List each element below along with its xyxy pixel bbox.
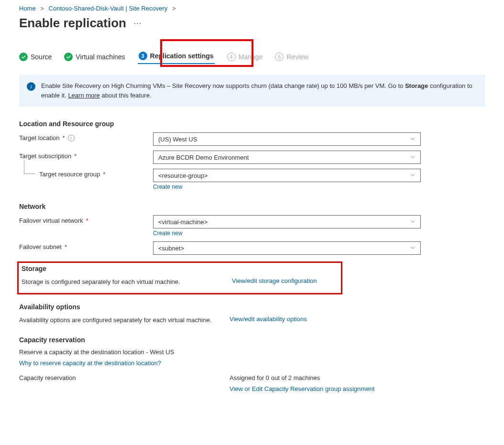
view-edit-storage-link[interactable]: View/edit storage configuration: [232, 277, 317, 284]
check-icon: [19, 53, 28, 61]
capacity-desc: Reserve a capacity at the destination lo…: [19, 348, 485, 356]
page-title: Enable replication: [19, 16, 126, 31]
wizard-steps: Source Virtual machines 3 Replication se…: [19, 50, 485, 64]
storage-desc: Storage is configured separately for eac…: [22, 278, 218, 285]
chevron-down-icon: [410, 218, 416, 226]
failover-subnet-select[interactable]: <subnet>: [153, 241, 421, 255]
create-new-rg-link[interactable]: Create new: [153, 184, 182, 190]
info-banner: i Enable Site Recovery on High Churning …: [19, 75, 485, 107]
capacity-row-label: Capacity reservation: [19, 374, 215, 389]
highlight-frame-storage: Storage Storage is configured separately…: [17, 261, 342, 294]
label-failover-vnet: Failover virtual network *: [19, 215, 153, 224]
step-number-icon: 5: [275, 53, 284, 61]
chevron-down-icon: [410, 136, 416, 143]
section-title-availability: Availability options: [19, 303, 485, 311]
capacity-row-value: Assigned for 0 out of 2 machines: [230, 374, 485, 381]
required-icon: *: [74, 152, 77, 160]
info-icon[interactable]: i: [68, 135, 75, 141]
required-icon: *: [103, 171, 105, 178]
breadcrumb: Home > Contoso-Shared-Disk-Vault | Site …: [19, 5, 485, 12]
availability-desc: Availability options are configured sepa…: [19, 316, 215, 324]
step-review[interactable]: 5 Review: [275, 53, 308, 61]
required-icon: *: [86, 217, 88, 224]
required-icon: *: [63, 134, 65, 141]
chevron-down-icon: [410, 154, 416, 161]
label-target-subscription: Target subscription *: [19, 151, 153, 160]
target-resource-group-select[interactable]: <resource-group>: [153, 169, 421, 182]
check-icon: [64, 53, 73, 61]
step-label: Review: [286, 53, 308, 61]
failover-vnet-value: <virtual-machine>: [158, 218, 208, 226]
why-reserve-link[interactable]: Why to reserve capacity at the destinati…: [19, 359, 161, 367]
chevron-down-icon: [410, 172, 416, 179]
view-edit-availability-link[interactable]: View/edit availability options: [230, 315, 307, 323]
view-edit-capacity-link[interactable]: View or Edit Capacity Reservation group …: [230, 385, 374, 392]
label-target-location: Target location * i: [19, 132, 153, 141]
target-location-value: (US) West US: [158, 136, 197, 143]
step-source[interactable]: Source: [19, 53, 52, 61]
chevron-right-icon: >: [172, 5, 176, 12]
more-actions-icon[interactable]: ···: [134, 20, 142, 27]
target-location-select[interactable]: (US) West US: [153, 132, 421, 146]
target-subscription-value: Azure BCDR Demo Environment: [158, 154, 249, 161]
failover-subnet-value: <subnet>: [158, 245, 184, 252]
info-icon: i: [27, 82, 35, 91]
section-title-capacity: Capacity reservation: [19, 336, 485, 344]
failover-vnet-select[interactable]: <virtual-machine>: [153, 215, 421, 228]
label-failover-subnet: Failover subnet *: [19, 241, 153, 250]
breadcrumb-home[interactable]: Home: [19, 5, 36, 12]
label-target-resource-group: Target resource group *: [19, 169, 153, 178]
target-subscription-select[interactable]: Azure BCDR Demo Environment: [153, 151, 421, 164]
section-title-location: Location and Resource group: [19, 120, 485, 128]
step-virtual-machines[interactable]: Virtual machines: [64, 53, 125, 61]
create-new-vnet-link[interactable]: Create new: [153, 230, 182, 237]
chevron-down-icon: [410, 245, 416, 252]
target-resource-group-value: <resource-group>: [158, 172, 208, 179]
chevron-right-icon: >: [40, 5, 44, 12]
highlight-frame-step3: [160, 39, 253, 67]
learn-more-link[interactable]: Learn more: [68, 92, 99, 99]
info-banner-text: Enable Site Recovery on High Churning VM…: [41, 81, 477, 100]
breadcrumb-vault[interactable]: Contoso-Shared-Disk-Vault | Site Recover…: [49, 5, 168, 12]
step-label: Source: [31, 53, 52, 61]
section-title-network: Network: [19, 203, 485, 210]
section-title-storage: Storage: [22, 265, 338, 272]
step-label: Virtual machines: [76, 53, 125, 61]
step-number-icon: 3: [139, 52, 147, 60]
required-icon: *: [65, 243, 67, 250]
